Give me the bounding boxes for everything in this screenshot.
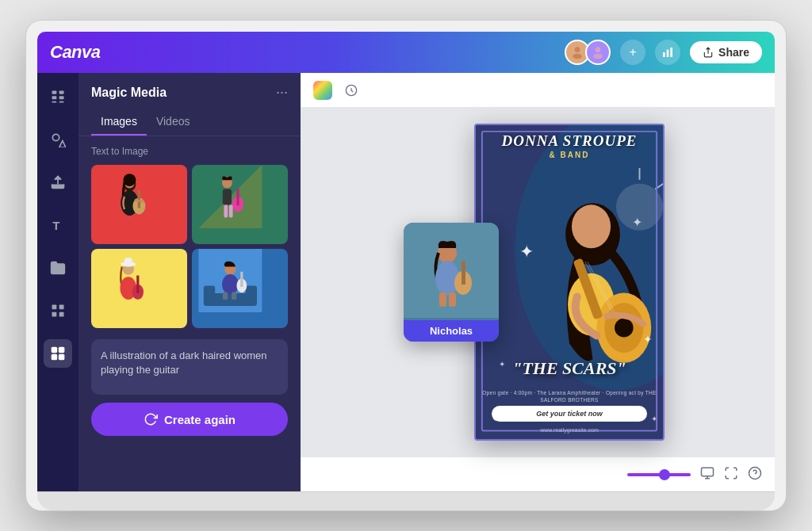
user-avatars: [565, 40, 611, 65]
panel-more-button[interactable]: ···: [276, 84, 288, 101]
svg-rect-42: [124, 258, 132, 264]
add-collaborator-button[interactable]: +: [620, 40, 645, 65]
svg-rect-9: [52, 96, 57, 99]
svg-rect-49: [246, 285, 257, 306]
music-poster: ✦ ✦ ✦ ✦ ✦ ✦: [474, 124, 665, 441]
poster-container: ✦ ✦ ✦ ✦ ✦ ✦: [474, 124, 665, 441]
canva-logo: Canva: [50, 42, 101, 63]
svg-rect-34: [223, 189, 232, 204]
svg-rect-30: [138, 190, 140, 208]
svg-rect-61: [462, 261, 465, 285]
tab-images[interactable]: Images: [91, 109, 147, 136]
canvas-bottom-bar: [301, 457, 775, 491]
svg-rect-12: [59, 101, 64, 103]
svg-rect-8: [59, 91, 64, 94]
monitor-icon-button[interactable]: [700, 466, 714, 483]
help-button[interactable]: [748, 466, 762, 483]
color-picker-button[interactable]: [313, 81, 332, 100]
main-area: T Magic Media ··· Images: [37, 73, 775, 491]
svg-point-2: [596, 47, 601, 52]
sidebar-icon-folder[interactable]: [44, 254, 72, 282]
svg-rect-21: [59, 347, 65, 353]
zoom-slider[interactable]: [627, 473, 691, 476]
svg-rect-55: [240, 272, 243, 287]
magic-media-panel: Magic Media ··· Images Videos Text to Im…: [79, 73, 301, 491]
svg-rect-45: [136, 276, 139, 293]
svg-rect-11: [52, 101, 57, 103]
svg-rect-22: [52, 354, 58, 361]
poster-big-title: "THE SCARS": [476, 360, 663, 377]
svg-rect-5: [667, 50, 669, 57]
section-label: Text to Image: [79, 146, 301, 165]
svg-rect-23: [59, 354, 65, 361]
svg-rect-48: [204, 285, 215, 306]
image-thumb-4[interactable]: [192, 249, 288, 328]
laptop-base: [37, 491, 775, 510]
svg-point-51: [222, 274, 239, 295]
panel-tabs: Images Videos: [79, 109, 301, 136]
poster-website: www.reallygreasite.com: [476, 427, 663, 433]
image-thumb-2[interactable]: [192, 165, 288, 244]
svg-rect-53: [232, 292, 236, 300]
floating-card-image: [404, 223, 499, 318]
svg-rect-16: [52, 305, 57, 310]
canvas-content: Nicholas: [301, 108, 775, 457]
poster-ticket-button: Get your ticket now: [492, 406, 647, 422]
svg-rect-36: [236, 189, 239, 205]
svg-point-71: [615, 319, 634, 338]
svg-rect-86: [702, 468, 714, 476]
poster-subtitle: & BAND: [476, 151, 663, 159]
svg-text:✦: ✦: [643, 334, 653, 346]
svg-rect-62: [439, 292, 446, 307]
svg-rect-52: [223, 292, 228, 300]
icon-sidebar: T: [37, 73, 79, 491]
svg-text:T: T: [52, 219, 59, 232]
poster-title: DONNA STROUPE: [476, 133, 663, 149]
refresh-icon: [144, 412, 158, 426]
sidebar-icon-upload[interactable]: [44, 168, 72, 197]
share-label: Share: [718, 46, 749, 59]
image-grid: [79, 165, 301, 328]
svg-rect-20: [52, 347, 58, 353]
sidebar-icon-grid[interactable]: [44, 82, 72, 111]
canvas-area: Nicholas: [301, 73, 775, 491]
create-again-button[interactable]: Create again: [91, 403, 288, 436]
svg-rect-63: [449, 292, 456, 307]
sidebar-icon-elements[interactable]: [44, 125, 72, 154]
svg-rect-37: [224, 204, 228, 217]
crop-icon-button[interactable]: [340, 79, 362, 101]
sidebar-icon-apps[interactable]: [44, 296, 72, 325]
svg-rect-18: [52, 312, 57, 317]
floating-preview-card[interactable]: Nicholas: [404, 223, 499, 342]
svg-rect-19: [59, 312, 64, 317]
svg-point-13: [52, 134, 59, 140]
fullscreen-button[interactable]: [724, 466, 738, 483]
svg-rect-7: [52, 91, 57, 94]
svg-marker-14: [59, 141, 66, 147]
create-again-label: Create again: [164, 413, 236, 426]
share-button[interactable]: Share: [690, 41, 762, 63]
poster-details: Open gate · 4:00pm · The Larana Amphithe…: [482, 389, 657, 405]
avatar-2: [585, 40, 611, 65]
user-badge: Nicholas: [404, 320, 499, 342]
panel-title: Magic Media: [91, 86, 167, 100]
svg-point-67: [572, 204, 611, 248]
analytics-button[interactable]: [655, 40, 680, 65]
svg-rect-38: [229, 204, 233, 217]
app-header: Canva + Share: [37, 32, 775, 73]
svg-point-0: [575, 47, 580, 52]
panel-header: Magic Media ···: [79, 73, 301, 109]
sidebar-icon-text[interactable]: T: [44, 211, 72, 239]
svg-rect-6: [670, 48, 672, 57]
svg-rect-10: [59, 96, 64, 99]
image-thumb-3[interactable]: [91, 249, 187, 328]
tab-videos[interactable]: Videos: [147, 109, 200, 136]
image-thumb-1[interactable]: [91, 165, 187, 244]
prompt-text-box[interactable]: A illustration of a dark haired women pl…: [91, 339, 288, 395]
svg-point-3: [593, 54, 603, 59]
svg-text:✦: ✦: [519, 242, 534, 262]
canvas-toolbar: [301, 73, 775, 108]
svg-point-1: [573, 54, 582, 59]
sidebar-icon-magic[interactable]: [44, 339, 72, 368]
svg-rect-4: [663, 52, 665, 57]
